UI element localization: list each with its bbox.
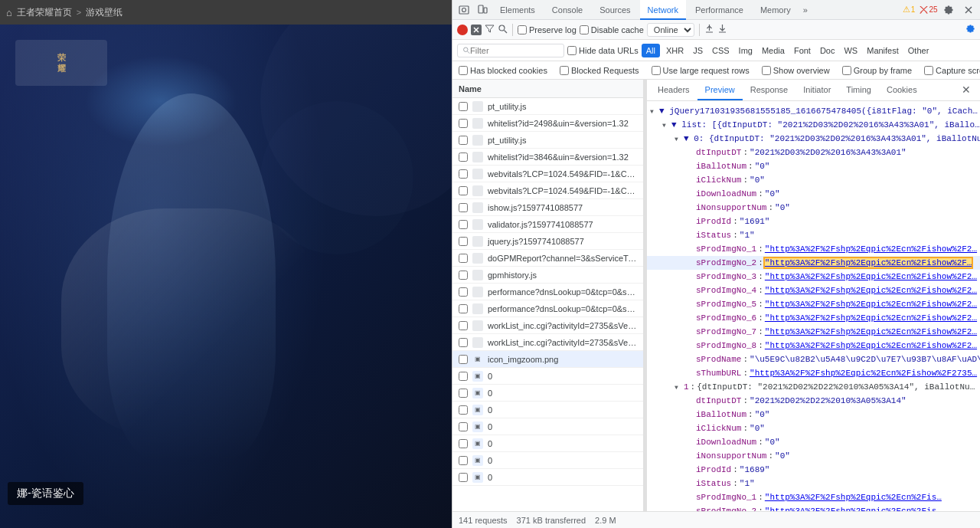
tab-timing[interactable]: Timing [838,80,879,100]
tab-memory[interactable]: Memory [753,0,799,20]
capture-screenshots-label[interactable]: Capture screenshots [924,66,980,75]
request-checkbox[interactable] [459,237,468,246]
json-value[interactable]: "http%3A%2F%2Fshp%2Eqpic%2Ecn%2Fis… [765,493,942,502]
request-checkbox[interactable] [459,254,468,263]
warning-badge[interactable]: ⚠ 1 [900,2,917,18]
request-item[interactable]: performance?dnsLookup=0&tcp=0&ss… [452,284,643,300]
request-checkbox[interactable] [459,473,468,482]
request-item[interactable]: ▣0 [452,385,643,402]
request-checkbox[interactable] [459,422,468,431]
json-arrow[interactable] [662,120,671,130]
request-checkbox[interactable] [459,389,468,398]
request-item[interactable]: ▣0 [452,452,643,469]
filter-js[interactable]: JS [690,45,706,56]
blocked-req-checkbox[interactable] [560,66,569,75]
clear-button[interactable] [471,25,482,35]
json-viewer[interactable]: ▼ jQuery171031935681555185_1616675478405… [647,101,980,511]
show-overview-checkbox[interactable] [762,66,771,75]
filter-manifest[interactable]: Manifest [864,45,902,56]
export-icon[interactable] [717,24,727,36]
request-item[interactable]: whitelist?id=3846&uin=&version=1.32 [452,149,643,166]
request-item[interactable]: workList_inc.cgi?activityId=2735&sVeri… [452,317,643,334]
tab-response[interactable]: Response [743,80,796,100]
import-icon[interactable] [704,24,714,36]
json-value[interactable]: "http%3A%2F%2Fshp%2Eqpic%2Ecn%2Fishow%2F… [765,286,977,295]
request-item[interactable]: webvitals?LCP=1024.549&FID=-1&CLS [452,182,643,199]
filter-xhr[interactable]: XHR [663,45,687,56]
preserve-log-label[interactable]: Preserve log [518,25,577,34]
group-by-frame-checkbox[interactable] [842,66,851,75]
request-item[interactable]: pt_utility.js [452,132,643,149]
tab-sources[interactable]: Sources [592,0,638,20]
has-blocked-label[interactable]: Has blocked cookies [459,66,547,75]
tab-network[interactable]: Network [640,0,686,20]
request-item[interactable]: performance?dnsLookup=0&tcp=0&ss… [452,300,643,317]
tab-initiator[interactable]: Initiator [795,80,838,100]
request-checkbox[interactable] [459,186,468,195]
device-toggle-icon[interactable] [474,2,491,18]
error-badge[interactable]: 🞩 25 [920,2,937,18]
request-checkbox[interactable] [459,439,468,448]
breadcrumb-home[interactable]: 王者荣耀首页 [17,6,72,19]
request-item[interactable]: gpmhistory.js [452,267,643,284]
json-arrow[interactable] [650,107,659,116]
request-checkbox[interactable] [459,321,468,330]
json-value[interactable]: "http%3A%2F%2Fshp%2Eqpic%2Ecn%2Fishow%2F… [765,300,977,309]
network-settings-icon[interactable] [965,24,975,36]
blocked-req-label[interactable]: Blocked Requests [560,66,639,75]
close-devtools-icon[interactable] [960,2,977,18]
filter-ws[interactable]: WS [841,45,861,56]
capture-screenshots-checkbox[interactable] [924,66,933,75]
filter-other[interactable]: Other [905,45,933,56]
request-checkbox[interactable] [459,372,468,381]
group-by-frame-label[interactable]: Group by frame [842,66,912,75]
has-blocked-checkbox[interactable] [459,66,468,75]
disable-cache-label[interactable]: Disable cache [580,25,644,34]
throttle-select[interactable]: Online [647,23,694,37]
tab-headers[interactable]: Headers [650,80,697,100]
request-checkbox[interactable] [459,338,468,347]
request-item[interactable]: ▣0 [452,418,643,435]
request-item[interactable]: ishow.js?1597741088577 [452,199,643,216]
close-response-icon[interactable]: ✕ [956,80,977,100]
settings-gear-icon[interactable] [940,2,957,18]
request-item[interactable]: validator.js?1597741088577 [452,216,643,233]
request-item[interactable]: ▣0 [452,402,643,418]
screenshot-icon[interactable] [456,2,472,18]
filter-all-button[interactable]: All [642,44,660,57]
json-value[interactable]: "http%3A%2F%2Fshp%2Eqpic%2Ecn%2Fishow%2F… [765,327,977,336]
filter-img[interactable]: Img [736,45,756,56]
preserve-log-checkbox[interactable] [518,25,527,34]
request-checkbox[interactable] [459,287,468,297]
record-button[interactable] [457,25,468,35]
request-checkbox[interactable] [459,203,468,212]
request-checkbox[interactable] [459,405,468,415]
breadcrumb-page[interactable]: 游戏壁纸 [86,6,122,19]
filter-icon[interactable] [485,24,495,36]
filter-doc[interactable]: Doc [817,45,838,56]
hide-data-urls-checkbox[interactable] [567,46,577,55]
request-item[interactable]: ▣0 [452,368,643,385]
request-checkbox[interactable] [459,304,468,313]
search-icon[interactable] [498,24,508,36]
tab-elements[interactable]: Elements [492,0,543,20]
requests-list[interactable]: pt_utility.jswhitelist?id=2498&uin=&vers… [452,98,643,511]
json-value[interactable]: "http%3A%2F%2Fshp%2Eqpic%2Ecn%2Fishow%2F… [765,272,977,281]
show-overview-label[interactable]: Show overview [762,66,830,75]
json-value[interactable]: "http%3A%2F%2Fshp%2Eqpic%2Ecn%2Fishow%2F… [750,369,977,378]
request-checkbox[interactable] [459,102,468,111]
request-item[interactable]: ▣0 [452,435,643,452]
tab-console[interactable]: Console [544,0,590,20]
request-item[interactable]: webvitals?LCP=1024.549&FID=-1&CLS [452,166,643,182]
request-checkbox[interactable] [459,169,468,179]
json-value[interactable]: "http%3A%2F%2Fshp%2Eqpic%2Ecn%2Fishow%2F… [765,244,977,254]
tab-performance[interactable]: Performance [688,0,751,20]
request-item[interactable]: workList_inc.cgi?activityId=2735&sVeri… [452,334,643,351]
large-rows-label[interactable]: Use large request rows [652,66,750,75]
request-item[interactable]: whitelist?id=2498&uin=&version=1.32 [452,115,643,132]
request-checkbox[interactable] [459,119,468,128]
request-item[interactable]: jquery.js?1597741088577 [452,233,643,250]
tab-preview[interactable]: Preview [697,80,743,100]
request-checkbox[interactable] [459,136,468,145]
filter-input[interactable] [470,46,559,55]
